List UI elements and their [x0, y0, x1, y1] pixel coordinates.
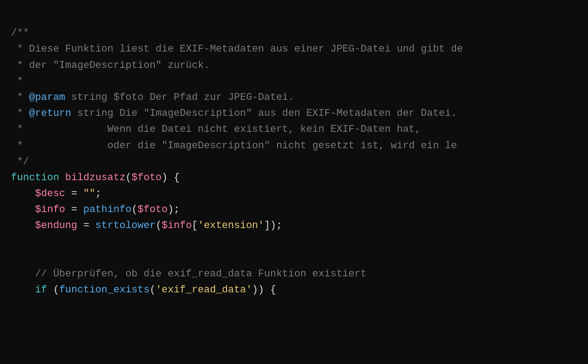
- code-token: strtolower: [95, 220, 156, 231]
- code-token: (: [150, 284, 156, 296]
- code-token: 'extension': [198, 220, 264, 231]
- code-token: (: [47, 284, 59, 296]
- code-token: $info: [162, 220, 192, 231]
- code-line: function bildzusatz($foto) {: [11, 170, 577, 186]
- code-token: =: [77, 220, 95, 231]
- code-token: *: [11, 76, 23, 87]
- code-token: * Wenn die Datei nicht existiert, kein E…: [11, 124, 421, 135]
- code-token: /**: [11, 27, 29, 39]
- code-token: 'exif_read_data': [156, 284, 252, 296]
- code-block: /** * Diese Funktion liest die EXIF-Meta…: [0, 0, 588, 307]
- code-token: * Diese Funktion liest die EXIF-Metadate…: [11, 43, 463, 55]
- code-token: bildzusatz: [65, 172, 126, 183]
- code-token: =: [65, 188, 84, 199]
- code-line: * der "ImageDescription" zurück.: [11, 57, 577, 73]
- code-token: [11, 204, 35, 215]
- code-token: pathinfo: [83, 204, 131, 215]
- code-token: @param: [29, 92, 65, 103]
- code-line: * @return string Die "ImageDescription" …: [11, 105, 577, 121]
- code-line: $endung = strtolower($info['extension'])…: [11, 218, 577, 234]
- code-line: */: [11, 154, 577, 170]
- code-token: );: [168, 204, 179, 215]
- code-line: *: [11, 73, 577, 89]
- code-token: =: [65, 204, 84, 215]
- code-line: /**: [11, 25, 577, 41]
- code-token: $desc: [35, 188, 65, 199]
- code-token: ;: [95, 188, 101, 199]
- code-token: @return: [29, 108, 71, 119]
- code-token: (: [156, 220, 162, 231]
- code-line: $info = pathinfo($foto);: [11, 202, 577, 218]
- code-token: */: [11, 156, 29, 167]
- code-token: $foto: [137, 204, 168, 215]
- code-token: [11, 220, 35, 231]
- code-token: string $foto Der Pfad zur JPEG-Datei.: [65, 92, 294, 103]
- code-token: (: [126, 172, 131, 183]
- code-token: (: [131, 204, 137, 215]
- code-token: function_exists: [59, 284, 150, 296]
- code-token: if: [35, 284, 47, 296]
- code-line: * Wenn die Datei nicht existiert, kein E…: [11, 121, 577, 137]
- code-line: if (function_exists('exif_read_data')) {: [11, 282, 577, 298]
- code-token: // Überprüfen, ob die exif_read_data Fun…: [11, 268, 367, 280]
- code-token: *: [11, 108, 29, 119]
- code-token: [: [192, 220, 198, 231]
- code-line: // Überprüfen, ob die exif_read_data Fun…: [11, 266, 577, 282]
- code-token: ) {: [162, 172, 180, 183]
- code-line: * @param string $foto Der Pfad zur JPEG-…: [11, 89, 577, 105]
- code-line: [11, 234, 577, 250]
- code-token: *: [11, 92, 29, 103]
- code-line: * oder die "ImageDescription" nicht gese…: [11, 138, 577, 154]
- code-token: $foto: [131, 172, 162, 183]
- code-token: function: [11, 172, 59, 183]
- code-token: ]);: [264, 220, 283, 231]
- code-token: string Die "ImageDescription" aus den EX…: [71, 108, 457, 119]
- code-token: [59, 172, 65, 183]
- code-token: [11, 284, 35, 296]
- code-line: $desc = "";: [11, 186, 577, 202]
- code-token: $info: [35, 204, 65, 215]
- code-token: "": [83, 188, 95, 199]
- code-token: )) {: [252, 284, 276, 296]
- code-line: * Diese Funktion liest die EXIF-Metadate…: [11, 41, 577, 57]
- code-token: [11, 188, 35, 199]
- code-line: [11, 250, 577, 266]
- code-token: * oder die "ImageDescription" nicht gese…: [11, 140, 457, 151]
- code-token: $endung: [35, 220, 77, 231]
- code-token: * der "ImageDescription" zurück.: [11, 60, 210, 71]
